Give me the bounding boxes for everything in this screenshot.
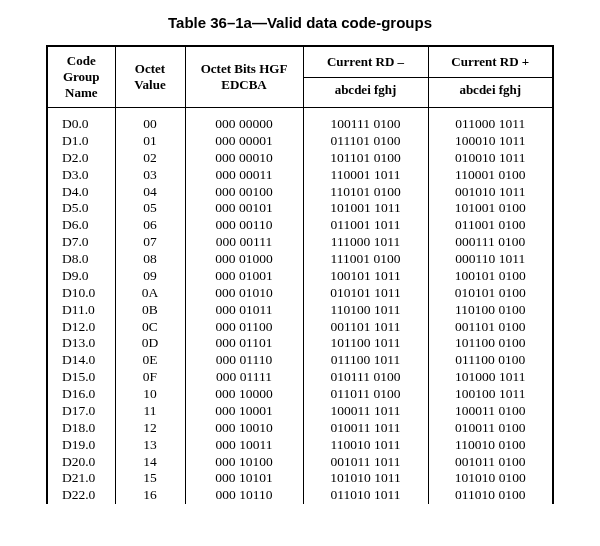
- cell-code-group-name: D7.0: [47, 234, 115, 251]
- cell-rd-minus: 111000 1011: [303, 234, 428, 251]
- cell-rd-minus: 001011 1011: [303, 454, 428, 471]
- cell-rd-plus: 011100 0100: [428, 352, 553, 369]
- cell-octet-value: 0D: [115, 335, 185, 352]
- cell-code-group-name: D15.0: [47, 369, 115, 386]
- cell-rd-minus: 100111 0100: [303, 108, 428, 133]
- header-rd-plus: Current RD +: [428, 46, 553, 77]
- cell-rd-plus: 100100 1011: [428, 386, 553, 403]
- table-row: D18.012000 10010010011 1011010011 0100: [47, 420, 553, 437]
- table-row: D6.006000 00110011001 1011011001 0100: [47, 217, 553, 234]
- cell-octet-bits: 000 10100: [185, 454, 303, 471]
- cell-octet-value: 0C: [115, 319, 185, 336]
- header-code-group-name: Code Group Name: [47, 46, 115, 108]
- cell-rd-plus: 110100 0100: [428, 302, 553, 319]
- table-row: D19.013000 10011110010 1011110010 0100: [47, 437, 553, 454]
- cell-rd-plus: 110001 0100: [428, 167, 553, 184]
- cell-rd-plus: 101001 0100: [428, 200, 553, 217]
- table-row: D8.008000 01000111001 0100000110 1011: [47, 251, 553, 268]
- cell-octet-value: 04: [115, 184, 185, 201]
- cell-rd-plus: 001011 0100: [428, 454, 553, 471]
- cell-octet-bits: 000 01111: [185, 369, 303, 386]
- cell-octet-value: 0E: [115, 352, 185, 369]
- table-row: D2.002000 00010101101 0100010010 1011: [47, 150, 553, 167]
- cell-rd-minus: 101100 1011: [303, 335, 428, 352]
- cell-octet-value: 12: [115, 420, 185, 437]
- cell-octet-value: 08: [115, 251, 185, 268]
- cell-rd-minus: 011011 0100: [303, 386, 428, 403]
- subheader-rd-plus: abcdei fghj: [428, 77, 553, 108]
- cell-octet-bits: 000 00001: [185, 133, 303, 150]
- table-row: D9.009000 01001100101 1011100101 0100: [47, 268, 553, 285]
- cell-rd-plus: 010101 0100: [428, 285, 553, 302]
- cell-octet-bits: 000 01011: [185, 302, 303, 319]
- cell-rd-minus: 111001 0100: [303, 251, 428, 268]
- cell-rd-plus: 001101 0100: [428, 319, 553, 336]
- cell-octet-value: 0F: [115, 369, 185, 386]
- cell-code-group-name: D17.0: [47, 403, 115, 420]
- cell-octet-bits: 000 00110: [185, 217, 303, 234]
- cell-rd-plus: 000111 0100: [428, 234, 553, 251]
- cell-code-group-name: D3.0: [47, 167, 115, 184]
- cell-octet-bits: 000 00000: [185, 108, 303, 133]
- cell-octet-value: 15: [115, 470, 185, 487]
- cell-code-group-name: D2.0: [47, 150, 115, 167]
- cell-rd-minus: 110001 1011: [303, 167, 428, 184]
- cell-rd-minus: 010011 1011: [303, 420, 428, 437]
- cell-code-group-name: D8.0: [47, 251, 115, 268]
- cell-rd-minus: 011101 0100: [303, 133, 428, 150]
- cell-octet-bits: 000 01001: [185, 268, 303, 285]
- cell-code-group-name: D12.0: [47, 319, 115, 336]
- cell-rd-minus: 011001 1011: [303, 217, 428, 234]
- cell-code-group-name: D22.0: [47, 487, 115, 504]
- cell-rd-plus: 110010 0100: [428, 437, 553, 454]
- cell-octet-bits: 000 01110: [185, 352, 303, 369]
- cell-octet-value: 05: [115, 200, 185, 217]
- cell-rd-minus: 100101 1011: [303, 268, 428, 285]
- cell-octet-value: 11: [115, 403, 185, 420]
- cell-octet-value: 02: [115, 150, 185, 167]
- cell-octet-bits: 000 10010: [185, 420, 303, 437]
- cell-octet-bits: 000 00100: [185, 184, 303, 201]
- table-row: D12.00C000 01100001101 1011001101 0100: [47, 319, 553, 336]
- cell-rd-minus: 110010 1011: [303, 437, 428, 454]
- cell-octet-bits: 000 10001: [185, 403, 303, 420]
- cell-rd-plus: 011000 1011: [428, 108, 553, 133]
- cell-rd-minus: 110100 1011: [303, 302, 428, 319]
- cell-rd-minus: 101101 0100: [303, 150, 428, 167]
- cell-code-group-name: D13.0: [47, 335, 115, 352]
- header-octet-value: Octet Value: [115, 46, 185, 108]
- cell-rd-plus: 101010 0100: [428, 470, 553, 487]
- cell-octet-value: 10: [115, 386, 185, 403]
- header-octet-bits: Octet Bits HGF EDCBA: [185, 46, 303, 108]
- table-row: D7.007000 00111111000 1011000111 0100: [47, 234, 553, 251]
- table-caption: Table 36–1a—Valid data code-groups: [20, 14, 580, 31]
- table-row: D17.011000 10001100011 1011100011 0100: [47, 403, 553, 420]
- cell-code-group-name: D14.0: [47, 352, 115, 369]
- cell-rd-minus: 010101 1011: [303, 285, 428, 302]
- cell-octet-bits: 000 00111: [185, 234, 303, 251]
- cell-octet-value: 07: [115, 234, 185, 251]
- table-row: D4.004000 00100110101 0100001010 1011: [47, 184, 553, 201]
- cell-code-group-name: D11.0: [47, 302, 115, 319]
- table-row: D10.00A000 01010010101 1011010101 0100: [47, 285, 553, 302]
- cell-code-group-name: D5.0: [47, 200, 115, 217]
- table-row: D20.014000 10100001011 1011001011 0100: [47, 454, 553, 471]
- cell-octet-value: 03: [115, 167, 185, 184]
- table-row: D15.00F000 01111010111 0100101000 1011: [47, 369, 553, 386]
- cell-octet-bits: 000 10011: [185, 437, 303, 454]
- cell-rd-minus: 100011 1011: [303, 403, 428, 420]
- code-groups-table: Code Group Name Octet Value Octet Bits H…: [46, 45, 554, 504]
- table-row: D13.00D000 01101101100 1011101100 0100: [47, 335, 553, 352]
- cell-octet-value: 01: [115, 133, 185, 150]
- cell-octet-value: 0A: [115, 285, 185, 302]
- cell-code-group-name: D18.0: [47, 420, 115, 437]
- table-row: D3.003000 00011110001 1011110001 0100: [47, 167, 553, 184]
- cell-rd-plus: 100011 0100: [428, 403, 553, 420]
- cell-rd-plus: 100101 0100: [428, 268, 553, 285]
- cell-rd-plus: 101100 0100: [428, 335, 553, 352]
- table-row: D21.015000 10101101010 1011101010 0100: [47, 470, 553, 487]
- cell-octet-bits: 000 00010: [185, 150, 303, 167]
- table-row: D5.005000 00101101001 1011101001 0100: [47, 200, 553, 217]
- cell-octet-value: 00: [115, 108, 185, 133]
- cell-code-group-name: D4.0: [47, 184, 115, 201]
